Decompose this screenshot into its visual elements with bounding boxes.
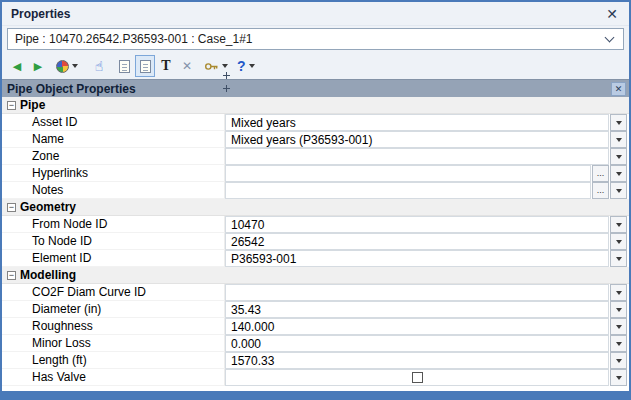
property-row-element-id: Element ID P36593-001 [2, 250, 629, 267]
hand-pointer-icon: ☝ [95, 59, 104, 73]
caret-down-icon [616, 240, 622, 244]
caret-down-icon [616, 155, 622, 159]
forward-button[interactable]: ▶ [28, 55, 48, 77]
caret-down-icon [72, 64, 78, 68]
diameter-field[interactable]: 35.43 [225, 301, 609, 318]
roughness-field[interactable]: 140.000 [225, 318, 609, 335]
notes-field[interactable] [225, 182, 591, 199]
question-mark-icon: ? [237, 59, 246, 73]
caret-down-icon [616, 291, 622, 295]
ellipsis-button[interactable]: ... [592, 182, 609, 199]
property-row-from-node-id: From Node ID 10470 [2, 216, 629, 233]
group-header-modelling[interactable]: − Modelling [2, 267, 629, 284]
property-label: From Node ID [2, 216, 225, 233]
collapse-icon[interactable]: − [7, 271, 16, 280]
field-value: Mixed years (P36593-001) [231, 133, 372, 147]
panel-header: Pipe Object Properties ✕ [2, 79, 629, 97]
caret-down-icon [616, 376, 622, 380]
property-label: Name [2, 131, 225, 148]
field-value: 35.43 [231, 303, 261, 317]
field-value: 1570.33 [231, 354, 274, 368]
property-label: Asset ID [2, 114, 225, 131]
caret-down-icon [616, 138, 622, 142]
group-label: Modelling [20, 268, 76, 282]
dropdown-button[interactable] [610, 233, 627, 250]
property-label: Roughness [2, 318, 225, 335]
dropdown-button[interactable] [610, 216, 627, 233]
selector-value: Pipe : 10470.26542.P36593-001 : Case_1#1 [15, 32, 606, 46]
collapse-icon[interactable]: − [7, 203, 16, 212]
ellipsis-button[interactable]: ... [592, 165, 609, 182]
splitter-handle-icon[interactable] [223, 72, 230, 79]
from-node-id-field[interactable]: 10470 [225, 216, 609, 233]
caret-down-icon [616, 189, 622, 193]
field-value: 26542 [231, 235, 264, 249]
dropdown-button[interactable] [610, 318, 627, 335]
back-button[interactable]: ◀ [7, 55, 27, 77]
group-label: Geometry [20, 200, 76, 214]
caret-down-icon [616, 342, 622, 346]
document-icon [140, 60, 151, 73]
property-label: Diameter (in) [2, 301, 225, 318]
group-header-geometry[interactable]: − Geometry [2, 199, 629, 216]
select-hand-button[interactable]: ☝ [89, 55, 109, 77]
text-icon: T [161, 59, 170, 73]
property-label: CO2F Diam Curve ID [2, 284, 225, 301]
property-label: Hyperlinks [2, 165, 225, 182]
property-grid: − Pipe Asset ID Mixed years Name Mixed y… [2, 97, 629, 391]
back-arrow-icon: ◀ [13, 61, 21, 72]
collapse-icon[interactable]: − [7, 101, 16, 110]
minor-loss-field[interactable]: 0.000 [225, 335, 609, 352]
name-field[interactable]: Mixed years (P36593-001) [225, 131, 609, 148]
dropdown-button[interactable] [610, 131, 627, 148]
dropdown-button[interactable] [610, 182, 627, 199]
caret-down-icon [222, 64, 228, 68]
dropdown-button[interactable] [610, 165, 627, 182]
report-button[interactable] [114, 55, 134, 77]
length-field[interactable]: 1570.33 [225, 352, 609, 369]
property-row-name: Name Mixed years (P36593-001) [2, 131, 629, 148]
zone-field[interactable] [225, 148, 609, 165]
element-selector-combobox[interactable]: Pipe : 10470.26542.P36593-001 : Case_1#1 [7, 28, 624, 50]
element-id-field[interactable]: P36593-001 [225, 250, 609, 267]
properties-window: Properties ✕ Pipe : 10470.26542.P36593-0… [0, 0, 631, 400]
has-valve-checkbox[interactable] [412, 372, 423, 383]
text-button[interactable]: T [156, 55, 176, 77]
splitter-handle-icon[interactable] [223, 85, 230, 92]
asset-id-field[interactable]: Mixed years [225, 114, 609, 131]
property-label: To Node ID [2, 233, 225, 250]
close-icon[interactable]: ✕ [604, 6, 620, 22]
window-title: Properties [11, 7, 604, 21]
dropdown-button[interactable] [610, 352, 627, 369]
close-icon: ✕ [615, 84, 623, 94]
window-bottom-border [2, 391, 629, 398]
field-value: P36593-001 [231, 252, 296, 266]
property-row-zone: Zone [2, 148, 629, 165]
to-node-id-field[interactable]: 26542 [225, 233, 609, 250]
color-wheel-icon [56, 60, 69, 73]
selector-row: Pipe : 10470.26542.P36593-001 : Case_1#1 [2, 26, 629, 53]
form-button[interactable] [135, 55, 155, 77]
field-value: 10470 [231, 218, 264, 232]
dropdown-button[interactable] [610, 114, 627, 131]
dropdown-button[interactable] [610, 335, 627, 352]
ellipsis-icon: ... [597, 169, 605, 178]
caret-down-icon [616, 325, 622, 329]
dropdown-button[interactable] [610, 148, 627, 165]
dropdown-button[interactable] [610, 369, 627, 386]
help-button[interactable]: ? [235, 55, 257, 77]
group-header-pipe[interactable]: − Pipe [2, 97, 629, 114]
title-bar: Properties ✕ [2, 2, 629, 26]
dropdown-button[interactable] [610, 250, 627, 267]
co2f-diam-curve-id-field[interactable] [225, 284, 609, 301]
property-row-asset-id: Asset ID Mixed years [2, 114, 629, 131]
panel-close-button[interactable]: ✕ [611, 82, 626, 96]
delete-button[interactable]: ✕ [177, 55, 197, 77]
hyperlinks-field[interactable] [225, 165, 591, 182]
dropdown-button[interactable] [610, 284, 627, 301]
chevron-down-icon [605, 32, 615, 42]
dropdown-button[interactable] [610, 301, 627, 318]
property-row-hyperlinks: Hyperlinks ... [2, 165, 629, 182]
property-row-roughness: Roughness 140.000 [2, 318, 629, 335]
color-wheel-button[interactable] [54, 55, 80, 77]
